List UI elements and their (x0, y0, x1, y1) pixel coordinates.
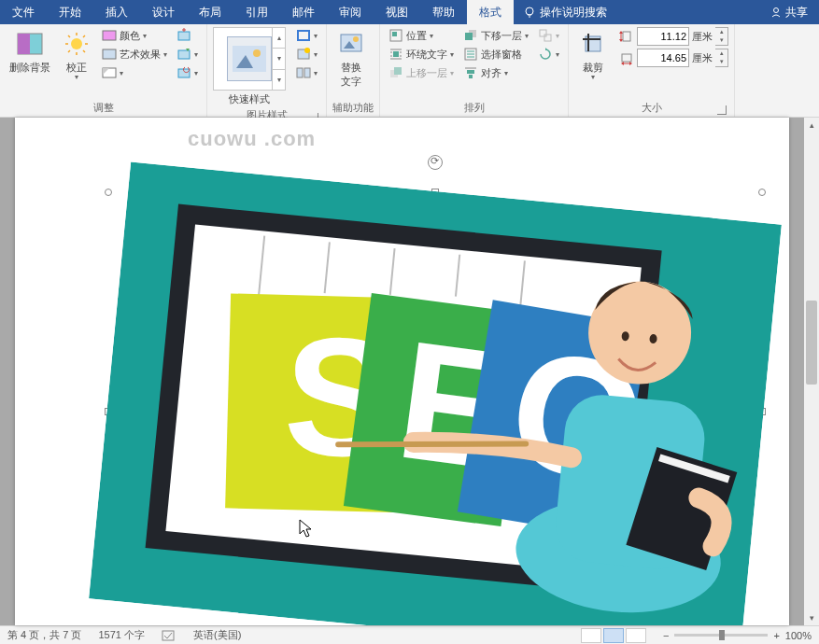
align-button[interactable]: 对齐▾ (460, 64, 531, 81)
tab-design[interactable]: 设计 (140, 0, 187, 24)
tab-references[interactable]: 引用 (233, 0, 280, 24)
rotate-icon (538, 47, 553, 62)
layout-icon (296, 65, 311, 80)
svg-rect-27 (341, 35, 361, 51)
tab-layout[interactable]: 布局 (187, 0, 233, 24)
svg-marker-56 (619, 31, 623, 34)
seo-illustration: S E O (89, 162, 782, 625)
color-button[interactable]: 颜色 ▾ (99, 27, 170, 44)
tab-review[interactable]: 审阅 (327, 0, 374, 24)
svg-rect-25 (297, 68, 303, 77)
scroll-up[interactable]: ▴ (804, 118, 819, 133)
compress-button[interactable] (174, 27, 201, 44)
selected-image[interactable]: S E O (108, 192, 762, 625)
corrections-button[interactable]: 校正 ▾ (58, 27, 95, 83)
scroll-down[interactable]: ▾ (804, 610, 819, 625)
tab-mail[interactable]: 邮件 (280, 0, 327, 24)
position-button[interactable]: 位置▾ (386, 27, 457, 44)
svg-rect-40 (394, 67, 402, 75)
lightbulb-icon (523, 6, 536, 19)
transparency-button[interactable]: ▾ (99, 64, 170, 81)
gallery-more[interactable]: ▾ (273, 70, 285, 90)
gallery-up[interactable]: ▴ (273, 28, 285, 49)
effects-icon (296, 47, 311, 62)
style-thumb (227, 36, 272, 81)
width-up[interactable]: ▴ (715, 49, 727, 58)
svg-line-10 (83, 50, 85, 52)
vertical-scrollbar[interactable]: ▴ ▾ (804, 118, 819, 625)
tell-me-search[interactable]: 操作说明搜索 (514, 5, 616, 21)
document-canvas[interactable]: cuowu .com (0, 118, 819, 625)
page[interactable]: cuowu .com (15, 118, 789, 625)
svg-point-21 (253, 49, 261, 57)
quick-styles-label: 快速样式 (229, 92, 270, 106)
change-picture-icon (177, 47, 191, 62)
view-print[interactable] (603, 628, 624, 643)
spellcheck-icon[interactable] (162, 629, 177, 642)
word-count[interactable]: 1571 个字 (98, 628, 145, 642)
reset-icon (177, 65, 191, 80)
height-input[interactable] (637, 27, 689, 46)
svg-rect-84 (162, 631, 174, 640)
picture-border-button[interactable]: ▾ (293, 27, 320, 44)
remove-background-button[interactable]: 删除背景 (6, 27, 54, 77)
tab-help[interactable]: 帮助 (420, 0, 467, 24)
reset-picture-button[interactable]: ▾ (174, 64, 201, 81)
tab-insert[interactable]: 插入 (93, 0, 140, 24)
width-input[interactable] (637, 49, 689, 67)
gallery-down[interactable]: ▾ (273, 49, 285, 69)
language-indicator[interactable]: 英语(美国) (193, 628, 241, 642)
position-icon (388, 28, 403, 43)
tab-view[interactable]: 视图 (374, 0, 420, 24)
group-icon (538, 28, 553, 43)
zoom-level[interactable]: 100% (785, 630, 812, 641)
group-label-arrange: 排列 (386, 99, 562, 117)
svg-rect-26 (304, 68, 310, 77)
svg-point-29 (353, 36, 359, 42)
tab-format[interactable]: 格式 (467, 0, 514, 24)
zoom-in[interactable]: + (773, 630, 779, 641)
scroll-thumb[interactable] (806, 301, 817, 385)
width-down[interactable]: ▾ (715, 58, 727, 66)
crop-icon (578, 29, 608, 59)
svg-point-1 (774, 8, 779, 13)
group-arrange: 位置▾ 环绕文字▾ 上移一层▾ 下移一层▾ 选择窗格 对齐▾ ▾ ▾ 排列 (380, 24, 569, 117)
zoom-out[interactable]: − (663, 630, 669, 641)
height-down[interactable]: ▾ (715, 36, 727, 45)
crop-button[interactable]: 裁剪 ▾ (574, 27, 612, 83)
artistic-effects-button[interactable]: 艺术效果 ▾ (99, 46, 170, 63)
picture-layout-button[interactable]: ▾ (293, 64, 320, 81)
send-backward-button[interactable]: 下移一层▾ (460, 27, 531, 44)
page-indicator[interactable]: 第 4 页，共 7 页 (7, 628, 81, 642)
group-objects-button: ▾ (535, 27, 562, 44)
tell-me-label: 操作说明搜索 (540, 5, 607, 21)
dialog-launcher-icon[interactable] (717, 105, 727, 115)
zoom-slider[interactable] (674, 634, 768, 637)
ribbon: 删除背景 校正 ▾ 颜色 ▾ 艺术效果 ▾ (0, 24, 819, 118)
resize-handle-ne[interactable] (758, 189, 766, 196)
chevron-down-icon: ▾ (591, 73, 595, 81)
tab-home[interactable]: 开始 (47, 0, 93, 24)
share-label: 共享 (785, 5, 808, 21)
rotate-button[interactable]: ▾ (535, 46, 562, 63)
transparency-icon (102, 65, 117, 80)
height-up[interactable]: ▴ (715, 28, 727, 36)
picture-styles-gallery[interactable]: ▴ ▾ ▾ (213, 27, 286, 91)
view-web[interactable] (626, 628, 646, 643)
resize-handle-nw[interactable] (105, 189, 112, 196)
selection-pane-button[interactable]: 选择窗格 (460, 46, 531, 63)
tab-file[interactable]: 文件 (0, 0, 47, 24)
view-read[interactable] (581, 628, 601, 643)
svg-marker-57 (619, 39, 623, 42)
alt-text-button[interactable]: 替换 文字 (332, 27, 370, 91)
svg-rect-14 (103, 49, 116, 59)
svg-rect-42 (465, 33, 473, 40)
share-button[interactable]: 共享 (759, 5, 819, 21)
picture-effects-button[interactable]: ▾ (293, 46, 320, 63)
change-picture-button[interactable]: ▾ (174, 46, 201, 63)
statusbar: 第 4 页，共 7 页 1571 个字 英语(美国) − + 100% (0, 625, 819, 644)
forward-icon (388, 65, 403, 80)
rotation-handle[interactable] (428, 155, 443, 170)
group-picture-styles: ▴ ▾ ▾ 快速样式 ▾ ▾ ▾ 图片样式 (207, 24, 327, 117)
wrap-text-button[interactable]: 环绕文字▾ (386, 46, 457, 63)
